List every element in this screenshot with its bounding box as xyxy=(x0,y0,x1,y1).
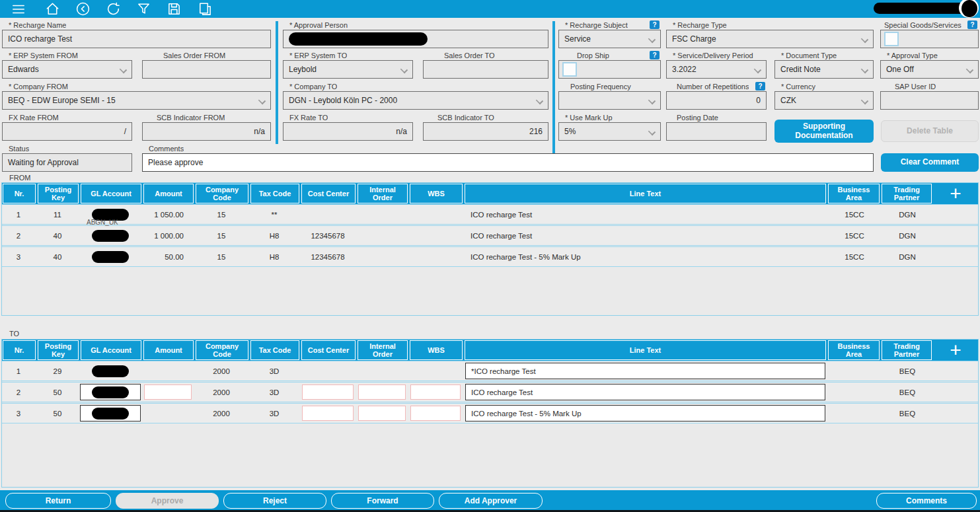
company-from-select[interactable]: BEQ - EDW Europe SEMI - 15 xyxy=(2,91,271,110)
comments-input[interactable]: Please approve xyxy=(142,153,874,172)
cell xyxy=(143,404,193,423)
field-label: Posting Date xyxy=(677,114,718,122)
back-icon[interactable] xyxy=(67,0,98,18)
posting-frequency-select[interactable] xyxy=(558,91,661,110)
copy-icon[interactable] xyxy=(189,0,219,18)
help-icon[interactable]: ? xyxy=(755,82,765,91)
cell-input[interactable] xyxy=(358,384,406,400)
cell: 29 xyxy=(37,361,78,381)
number-of-repetitions-input[interactable]: 0 xyxy=(666,91,767,110)
redacted-cell[interactable] xyxy=(80,384,141,400)
erp-system-to-select[interactable]: Leybold xyxy=(283,60,413,79)
special-goods-checkbox[interactable] xyxy=(884,32,899,46)
table-row: 25020003DICO recharge TestBEQ xyxy=(2,382,978,402)
table-row: 35020003DICO recharge Test - 5% Mark UpB… xyxy=(2,403,978,423)
scb-indicator-from-input: n/a xyxy=(142,122,271,141)
cell-input[interactable] xyxy=(302,384,354,400)
recharge-subject-field: * Recharge Subject? Service xyxy=(558,20,661,48)
cell-input[interactable] xyxy=(358,406,406,421)
document-type-select[interactable]: Credit Note xyxy=(774,60,874,79)
cell-input[interactable] xyxy=(144,384,192,400)
cell-input[interactable] xyxy=(410,384,461,400)
column-header: Posting Key xyxy=(38,340,79,360)
field-label: * ERP System TO xyxy=(289,52,347,59)
sales-order-from-input[interactable] xyxy=(142,60,271,79)
recharge-name-field: * Recharge Name ICO recharge Test xyxy=(2,20,271,48)
cell-input[interactable]: ICO recharge Test xyxy=(465,384,825,400)
recharge-subject-select[interactable]: Service xyxy=(558,30,661,48)
forward-button[interactable]: Forward xyxy=(331,493,434,509)
field-label: Number of Repetitions xyxy=(677,83,749,91)
scb-indicator-to-field: SCB Indicator TO 216 xyxy=(423,113,548,141)
cell-input[interactable]: ICO recharge Test - 5% Mark Up xyxy=(465,405,825,421)
field-label: * Recharge Subject xyxy=(565,21,628,29)
help-icon[interactable]: ? xyxy=(967,20,977,29)
supporting-documentation-button[interactable]: Supporting Documentation xyxy=(774,120,874,143)
reject-button[interactable]: Reject xyxy=(223,493,326,509)
action-bar: Return Approve Reject Forward Add Approv… xyxy=(0,490,980,510)
sap-user-id-input[interactable] xyxy=(880,91,979,110)
currency-select[interactable]: CZK xyxy=(774,91,874,110)
field-label: Sales Order TO xyxy=(444,52,495,59)
add-approver-button[interactable]: Add Approver xyxy=(439,493,543,509)
table-row: 111ABGN_UK1 050.0015**ICO recharge Test1… xyxy=(2,204,978,225)
filter-icon[interactable] xyxy=(128,0,159,18)
field-label: Posting Frequency xyxy=(570,83,631,91)
special-goods-box xyxy=(880,30,979,48)
user-avatar[interactable] xyxy=(959,0,979,18)
cell: 1 000.00 xyxy=(143,226,193,245)
approval-type-select[interactable]: One Off xyxy=(880,60,979,79)
redacted-cell: ABGN_UK xyxy=(80,205,141,224)
field-label: * ERP System FROM xyxy=(9,52,78,59)
cell: DGN xyxy=(882,226,932,245)
cell: DGN xyxy=(882,205,932,224)
column-header: Nr. xyxy=(3,340,36,360)
use-mark-up-select[interactable]: 5% xyxy=(558,122,661,141)
erp-system-from-select[interactable]: Edwards xyxy=(2,60,132,79)
posting-date-input[interactable] xyxy=(666,122,767,141)
comments-button[interactable]: Comments xyxy=(876,493,977,509)
sales-order-to-input[interactable] xyxy=(423,60,548,79)
drop-ship-checkbox[interactable] xyxy=(562,62,577,77)
table-row: 12920003D*ICO recharge TestBEQ xyxy=(2,361,978,381)
comments-field: Comments Please approve xyxy=(142,144,874,172)
cell: 1 xyxy=(2,205,35,224)
refresh-icon[interactable] xyxy=(98,0,128,18)
cell xyxy=(301,205,355,224)
approval-person-input[interactable] xyxy=(283,30,548,48)
service-delivery-period-field: * Service/Delivery Period 3.2022 xyxy=(666,51,767,79)
save-icon[interactable] xyxy=(159,0,189,18)
add-row-icon[interactable]: + xyxy=(934,340,977,360)
gl-account-subtext: ABGN_UK xyxy=(87,219,118,226)
cell xyxy=(357,205,407,224)
company-to-select[interactable]: DGN - Leybold Köln PC - 2000 xyxy=(283,91,548,110)
cell-input[interactable]: *ICO recharge Test xyxy=(465,363,825,379)
chevron-down-icon xyxy=(861,97,868,104)
cell xyxy=(934,226,978,245)
add-row-icon[interactable]: + xyxy=(934,184,977,203)
field-label: Status xyxy=(9,145,29,153)
return-button[interactable]: Return xyxy=(5,493,111,509)
column-header: WBS xyxy=(410,340,463,360)
field-label: * Approval Type xyxy=(887,52,938,59)
cell-input[interactable] xyxy=(302,406,354,421)
sales-order-from-field: Sales Order FROM xyxy=(142,51,271,79)
help-icon[interactable]: ? xyxy=(650,20,660,29)
redacted-cell[interactable] xyxy=(80,405,141,421)
home-icon[interactable] xyxy=(37,0,67,18)
cell: 3D xyxy=(250,383,299,402)
section-divider xyxy=(552,21,555,162)
service-delivery-period-select[interactable]: 3.2022 xyxy=(666,60,767,79)
recharge-name-input[interactable]: ICO recharge Test xyxy=(2,30,271,48)
recharge-type-select[interactable]: FSC Charge xyxy=(666,30,874,48)
clear-comment-button[interactable]: Clear Comment xyxy=(881,153,979,172)
menu-icon[interactable] xyxy=(0,0,37,18)
cell-input[interactable] xyxy=(410,406,461,421)
help-icon[interactable]: ? xyxy=(650,51,660,59)
cell: ** xyxy=(250,205,299,224)
column-header: Line Text xyxy=(465,184,826,203)
column-header: Amount xyxy=(143,340,194,360)
field-label: Drop Ship xyxy=(577,52,609,59)
top-toolbar xyxy=(0,0,980,18)
cell xyxy=(357,361,407,381)
